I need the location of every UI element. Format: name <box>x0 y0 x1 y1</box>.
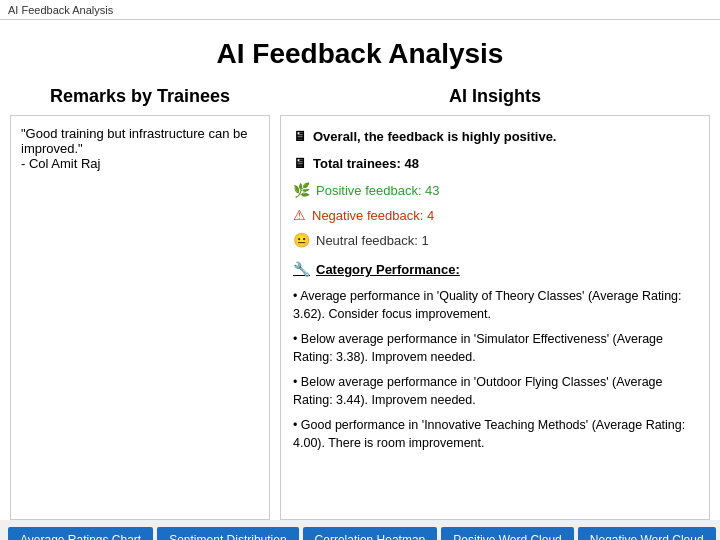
overall-row: 🖥 Overall, the feedback is highly positi… <box>293 126 697 147</box>
negative-word-cloud-button[interactable]: Negative Word Cloud <box>578 527 716 540</box>
right-panel-title: AI Insights <box>280 80 710 115</box>
title-bar: AI Feedback Analysis <box>0 0 720 20</box>
total-trainees-row: 🖥 Total trainees: 48 <box>293 153 697 174</box>
trainees-icon: 🖥 <box>293 153 307 174</box>
neutral-icon: 😐 <box>293 230 310 251</box>
title-bar-label: AI Feedback Analysis <box>8 4 113 16</box>
remark-author-0: - Col Amit Raj <box>21 156 100 171</box>
positive-feedback-row: 🌿 Positive feedback: 43 <box>293 180 697 201</box>
main-content: AI Feedback Analysis Remarks by Trainees… <box>0 20 720 520</box>
positive-feedback-text: Positive feedback: 43 <box>316 181 440 201</box>
remark-text-0: "Good training but infrastructure can be… <box>21 126 247 156</box>
bullet-item-1: • Below average performance in 'Simulato… <box>293 331 697 366</box>
negative-icon: ⚠ <box>293 205 306 226</box>
category-perf-row: 🔧 Category Performance: <box>293 259 697 280</box>
remark-item-0: "Good training but infrastructure can be… <box>21 126 259 171</box>
page-title: AI Feedback Analysis <box>0 20 720 80</box>
wrench-icon: 🔧 <box>293 259 310 280</box>
avg-ratings-chart-button[interactable]: Average Ratings Chart <box>8 527 153 540</box>
bullet-item-0: • Average performance in 'Quality of The… <box>293 288 697 323</box>
category-perf-label: Category Performance: <box>316 260 460 280</box>
bullet-item-3: • Good performance in 'Innovative Teachi… <box>293 417 697 452</box>
insights-box: 🖥 Overall, the feedback is highly positi… <box>280 115 710 520</box>
positive-icon: 🌿 <box>293 180 310 201</box>
total-trainees-text: Total trainees: 48 <box>313 154 419 174</box>
positive-word-cloud-button[interactable]: Positive Word Cloud <box>441 527 574 540</box>
neutral-feedback-text: Neutral feedback: 1 <box>316 231 429 251</box>
two-col-layout: Remarks by Trainees "Good training but i… <box>0 80 720 520</box>
negative-feedback-text: Negative feedback: 4 <box>312 206 434 226</box>
right-panel: AI Insights 🖥 Overall, the feedback is h… <box>280 80 710 520</box>
remarks-box: "Good training but infrastructure can be… <box>10 115 270 520</box>
overall-text: Overall, the feedback is highly positive… <box>313 127 556 147</box>
negative-feedback-row: ⚠ Negative feedback: 4 <box>293 205 697 226</box>
bullet-item-2: • Below average performance in 'Outdoor … <box>293 374 697 409</box>
correlation-heatmap-button[interactable]: Correlation Heatmap <box>303 527 438 540</box>
neutral-feedback-row: 😐 Neutral feedback: 1 <box>293 230 697 251</box>
left-panel: Remarks by Trainees "Good training but i… <box>10 80 270 520</box>
bottom-bar: Average Ratings Chart Sentiment Distribu… <box>0 520 720 540</box>
sentiment-distribution-button[interactable]: Sentiment Distribution <box>157 527 298 540</box>
monitor-icon: 🖥 <box>293 126 307 147</box>
left-panel-title: Remarks by Trainees <box>10 80 270 115</box>
